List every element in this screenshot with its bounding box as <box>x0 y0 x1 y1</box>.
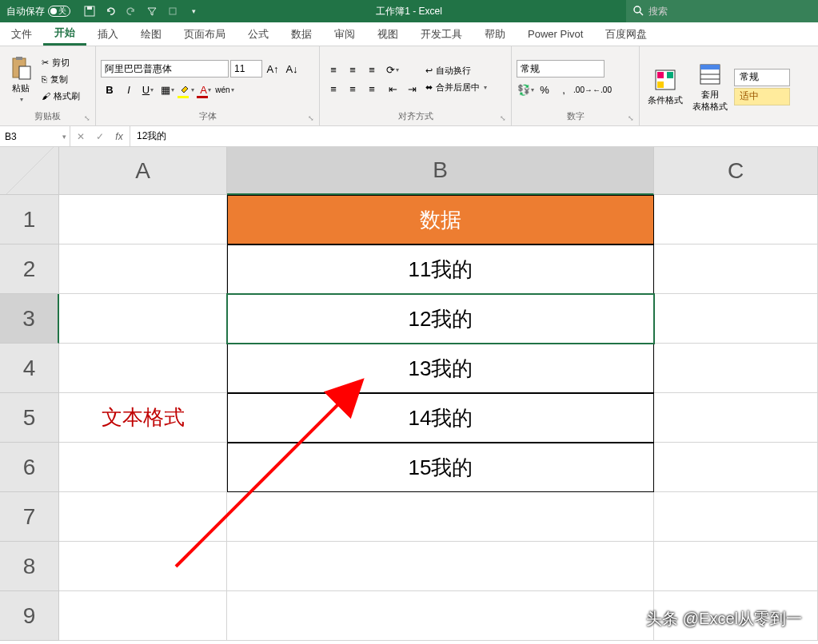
name-box[interactable]: B3 ▾ <box>0 126 70 146</box>
col-header-b[interactable]: B <box>227 147 654 195</box>
fill-color-button[interactable]: ▾ <box>178 81 195 98</box>
decrease-decimal-icon[interactable]: ←.00 <box>593 81 611 98</box>
tab-home[interactable]: 开始 <box>43 22 86 46</box>
align-right-icon[interactable]: ≡ <box>363 80 381 97</box>
cell-c1[interactable] <box>654 195 818 244</box>
cell-c5[interactable] <box>654 393 818 443</box>
cell-a2[interactable] <box>59 244 227 294</box>
increase-indent-icon[interactable]: ⇥ <box>403 80 421 97</box>
increase-font-icon[interactable]: A↑ <box>264 60 281 78</box>
row-header-6[interactable]: 6 <box>0 443 59 492</box>
cell-b1[interactable]: 数据 <box>227 195 654 244</box>
accounting-format-icon[interactable]: 💱▾ <box>517 81 534 98</box>
enter-icon[interactable]: ✓ <box>93 129 107 144</box>
phonetic-button[interactable]: wén▾ <box>216 81 233 98</box>
tab-layout[interactable]: 页面布局 <box>173 22 237 46</box>
wrap-text-button[interactable]: ↩ 自动换行 <box>424 63 489 78</box>
row-header-1[interactable]: 1 <box>0 195 59 244</box>
cell-style-normal[interactable]: 常规 <box>734 69 790 86</box>
row-header-4[interactable]: 4 <box>0 344 59 393</box>
number-format-select[interactable] <box>517 60 605 78</box>
cell-b9[interactable] <box>227 591 654 641</box>
tab-review[interactable]: 审阅 <box>323 22 366 46</box>
font-name-input[interactable] <box>101 60 229 78</box>
cell-c3[interactable] <box>654 294 818 344</box>
merge-center-button[interactable]: ⬌ 合并后居中 ▾ <box>424 80 489 95</box>
formula-input[interactable]: 12我的 <box>130 126 818 146</box>
tab-developer[interactable]: 开发工具 <box>409 22 473 46</box>
fx-icon[interactable]: fx <box>112 129 126 144</box>
undo-icon[interactable] <box>104 5 117 18</box>
cell-a3[interactable] <box>59 294 227 344</box>
increase-decimal-icon[interactable]: .00→ <box>574 81 592 98</box>
search-box[interactable] <box>626 0 818 22</box>
row-header-2[interactable]: 2 <box>0 244 59 294</box>
col-header-c[interactable]: C <box>654 147 818 195</box>
align-center-icon[interactable]: ≡ <box>344 80 361 97</box>
tab-powerpivot[interactable]: Power Pivot <box>517 22 594 46</box>
format-painter-button[interactable]: 🖌 格式刷 <box>40 89 82 104</box>
row-header-7[interactable]: 7 <box>0 492 59 542</box>
paste-button[interactable]: 粘贴 ▾ <box>5 50 37 109</box>
cell-b3[interactable]: 12我的 <box>227 294 654 344</box>
cell-c6[interactable] <box>654 443 818 492</box>
tab-file[interactable]: 文件 <box>0 22 43 46</box>
save-icon[interactable] <box>83 5 96 18</box>
cell-c8[interactable] <box>654 542 818 591</box>
dialog-launcher-icon[interactable]: ⤡ <box>84 114 94 124</box>
autosave-toggle[interactable]: 自动保存 关 <box>0 5 77 18</box>
tab-draw[interactable]: 绘图 <box>130 22 173 46</box>
tab-insert[interactable]: 插入 <box>86 22 130 46</box>
orientation-icon[interactable]: ⟳▾ <box>384 61 401 78</box>
cell-c2[interactable] <box>654 244 818 294</box>
cell-style-medium[interactable]: 适中 <box>734 88 790 105</box>
bold-button[interactable]: B <box>101 81 118 98</box>
align-left-icon[interactable]: ≡ <box>325 80 342 97</box>
percent-icon[interactable]: % <box>536 81 553 98</box>
search-input[interactable] <box>648 6 812 17</box>
underline-button[interactable]: U▾ <box>139 81 157 98</box>
comma-icon[interactable]: , <box>555 81 573 98</box>
chevron-down-icon[interactable]: ▾ <box>62 133 66 141</box>
select-all-corner[interactable] <box>0 147 59 195</box>
tab-baidu[interactable]: 百度网盘 <box>594 22 658 46</box>
cell-b2[interactable]: 11我的 <box>227 244 654 294</box>
copy-button[interactable]: ⎘ 复制 <box>40 72 82 87</box>
cell-c7[interactable] <box>654 492 818 542</box>
italic-button[interactable]: I <box>120 81 138 98</box>
dialog-launcher-icon[interactable]: ⤡ <box>500 114 509 124</box>
toggle-switch[interactable]: 关 <box>48 6 70 17</box>
format-as-table-button[interactable]: 套用 表格格式 <box>689 50 731 124</box>
dialog-launcher-icon[interactable]: ⤡ <box>628 114 637 124</box>
font-size-input[interactable] <box>230 60 262 78</box>
decrease-font-icon[interactable]: A↓ <box>283 60 301 78</box>
dialog-launcher-icon[interactable]: ⤡ <box>308 114 317 124</box>
row-header-3[interactable]: 3 <box>0 294 59 344</box>
touch-mode-icon[interactable] <box>166 5 179 18</box>
cell-c4[interactable] <box>654 344 818 393</box>
decrease-indent-icon[interactable]: ⇤ <box>384 80 401 97</box>
align-bottom-icon[interactable]: ≡ <box>363 61 381 78</box>
row-header-8[interactable]: 8 <box>0 542 59 591</box>
group-number: 💱▾ % , .00→ ←.00 数字 ⤡ <box>512 46 640 125</box>
conditional-format-button[interactable]: 条件格式 <box>644 50 686 124</box>
align-top-icon[interactable]: ≡ <box>325 61 342 78</box>
cell-a1[interactable] <box>59 195 227 244</box>
tab-formulas[interactable]: 公式 <box>237 22 280 46</box>
cut-button[interactable]: ✂ 剪切 <box>40 55 82 70</box>
align-middle-icon[interactable]: ≡ <box>344 61 361 78</box>
tab-data[interactable]: 数据 <box>280 22 323 46</box>
cell-a9[interactable] <box>59 591 227 641</box>
row-header-5[interactable]: 5 <box>0 393 59 443</box>
border-button[interactable]: ▦▾ <box>158 81 176 98</box>
font-color-button[interactable]: A ▾ <box>197 81 214 98</box>
tab-view[interactable]: 视图 <box>366 22 409 46</box>
cancel-icon[interactable]: ✕ <box>74 129 88 144</box>
row-header-9[interactable]: 9 <box>0 591 59 641</box>
tab-help[interactable]: 帮助 <box>473 22 517 46</box>
redo-icon[interactable] <box>125 5 138 18</box>
filter-icon[interactable] <box>146 5 158 18</box>
ribbon-content: 粘贴 ▾ ✂ 剪切 ⎘ 复制 🖌 格式刷 剪贴板 ⤡ <box>0 46 818 126</box>
qat-more-icon[interactable]: ▾ <box>187 5 200 18</box>
col-header-a[interactable]: A <box>59 147 227 195</box>
